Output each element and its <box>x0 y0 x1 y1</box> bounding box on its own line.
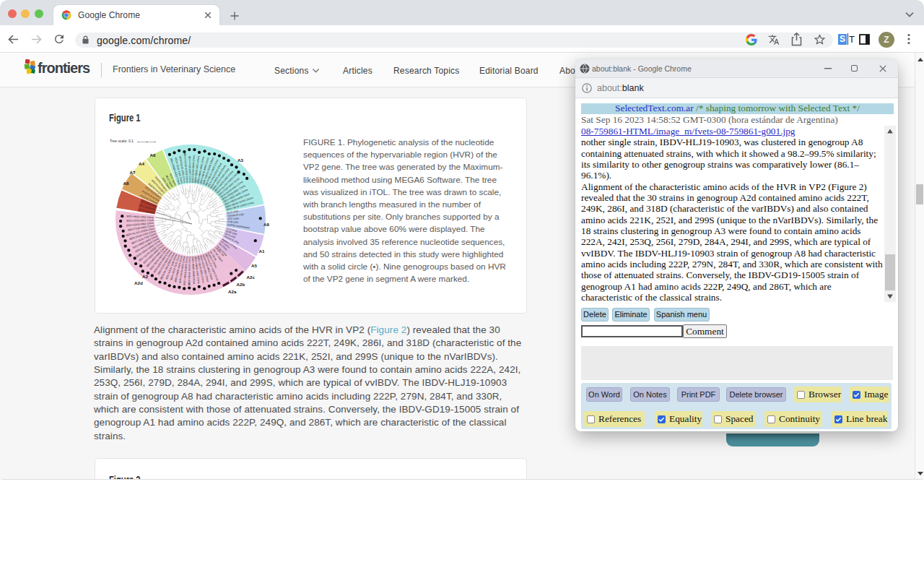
svg-text:A1: A1 <box>259 249 265 254</box>
svg-text:A3: A3 <box>237 158 243 163</box>
svg-text:A5: A5 <box>251 263 257 268</box>
svg-text:Tree scale: 0.1: Tree scale: 0.1 <box>110 139 134 143</box>
svg-text:A2b: A2b <box>237 282 245 287</box>
svg-text:A2c: A2c <box>247 275 256 280</box>
svg-text:A6: A6 <box>150 152 156 158</box>
svg-text:A7: A7 <box>130 170 136 175</box>
svg-text:IBDV-GD19-15005 China: IBDV-GD19-15005 China <box>188 256 191 285</box>
svg-text:A2: A2 <box>142 274 148 279</box>
svg-text:A8: A8 <box>263 222 269 227</box>
svg-text:A8: A8 <box>123 181 129 186</box>
svg-text:STC USA: STC USA <box>227 217 239 220</box>
svg-text:A2a: A2a <box>228 289 237 294</box>
svg-text:A2d: A2d <box>134 280 143 285</box>
svg-text:A4: A4 <box>139 161 144 166</box>
